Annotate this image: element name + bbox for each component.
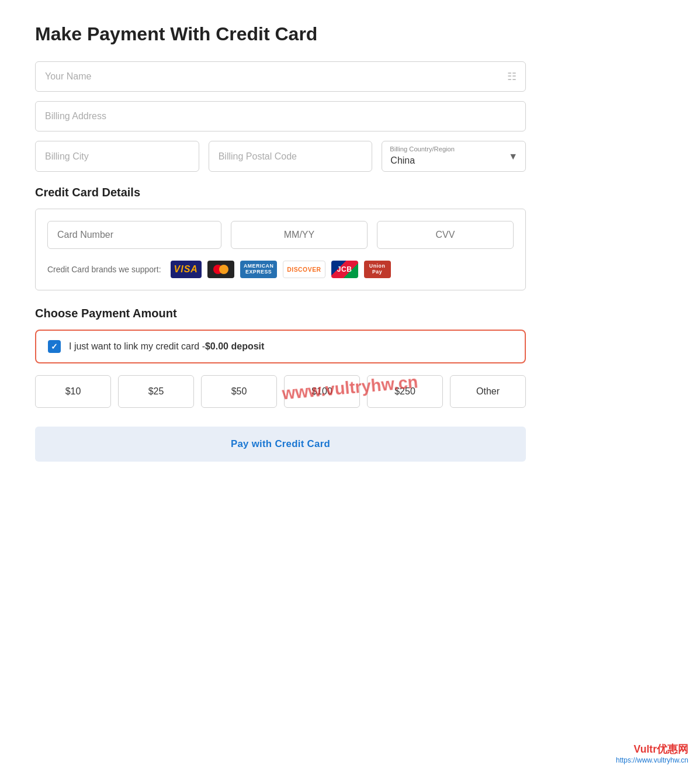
- visa-brand-badge: VISA: [171, 261, 202, 278]
- name-icon: ☷: [507, 71, 517, 83]
- credit-card-title: Credit Card Details: [35, 186, 526, 199]
- address-field-group: [35, 101, 526, 131]
- card-brands-label: Credit Card brands we support:: [47, 265, 161, 274]
- amount-25-button[interactable]: $25: [118, 375, 194, 408]
- choose-payment-section: Choose Payment Amount I just want to lin…: [35, 307, 526, 408]
- amount-buttons-row: $10 $25 $50 $100 $250 Other: [35, 375, 526, 408]
- jcb-brand-badge: JCB: [331, 261, 358, 278]
- amount-other-button[interactable]: Other: [450, 375, 526, 408]
- amount-100-button[interactable]: $100: [284, 375, 360, 408]
- country-select[interactable]: China United States United Kingdom Germa…: [382, 141, 526, 172]
- name-field-group: ☷: [35, 61, 526, 92]
- card-expiry-input[interactable]: [231, 221, 368, 249]
- link-card-option[interactable]: I just want to link my credit card -$0.0…: [35, 330, 526, 363]
- billing-address-input[interactable]: [35, 101, 526, 131]
- card-inputs-row: [47, 221, 514, 249]
- amount-250-button[interactable]: $250: [367, 375, 443, 408]
- pay-button-wrapper: Pay with Credit Card: [35, 427, 526, 462]
- link-card-text: I just want to link my credit card -$0.0…: [69, 341, 264, 352]
- country-wrapper: Billing Country/Region China United Stat…: [382, 141, 526, 172]
- name-wrapper: ☷: [35, 61, 526, 92]
- card-brands-row: Credit Card brands we support: VISA AMER…: [47, 261, 514, 278]
- amex-brand-badge: AMERICANEXPRESS: [240, 261, 277, 278]
- pay-credit-card-button[interactable]: Pay with Credit Card: [35, 427, 526, 462]
- link-card-checkbox[interactable]: [48, 340, 61, 353]
- credit-card-section: Credit Card Details: [35, 186, 526, 199]
- card-cvv-input[interactable]: [377, 221, 514, 249]
- name-input[interactable]: [35, 61, 526, 92]
- discover-brand-badge: DISCOVER: [283, 261, 325, 278]
- card-details-box: Credit Card brands we support: VISA AMER…: [35, 209, 526, 290]
- amount-50-button[interactable]: $50: [201, 375, 277, 408]
- page-title: Make Payment With Credit Card: [35, 23, 526, 45]
- amount-10-button[interactable]: $10: [35, 375, 111, 408]
- mc-orange-circle: [219, 265, 228, 274]
- unionpay-brand-badge: UnionPay: [364, 261, 391, 278]
- city-postal-country-row: Billing Country/Region China United Stat…: [35, 141, 526, 172]
- card-number-input[interactable]: [47, 221, 221, 249]
- billing-postal-input[interactable]: [209, 141, 373, 172]
- link-card-amount: $0.00 deposit: [205, 341, 264, 351]
- choose-amount-title: Choose Payment Amount: [35, 307, 526, 320]
- billing-city-input[interactable]: [35, 141, 199, 172]
- mastercard-brand-badge: [207, 261, 234, 278]
